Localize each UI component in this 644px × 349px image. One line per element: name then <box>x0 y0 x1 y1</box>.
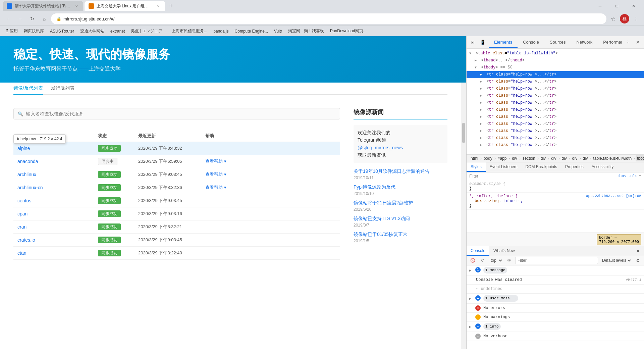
html-line[interactable]: ▶ <tr class="help-row">...</tr> <box>467 142 644 149</box>
address-input[interactable]: 🔒 mirrors.sjtug.sjtu.edu.cn/#/ <box>51 13 606 24</box>
breadcrumb-app[interactable]: #app <box>496 155 508 161</box>
breadcrumb-section[interactable]: section <box>521 155 537 161</box>
expand-arrow[interactable]: ▶ <box>475 58 479 64</box>
console-settings-button[interactable]: ⚙ <box>635 257 641 264</box>
bookmark-5[interactable]: 拠点 | エンジニア... <box>128 27 168 35</box>
console-tab-whatsnew[interactable]: What's New <box>489 246 519 256</box>
console-row-user-message[interactable]: ▶ i 1 user mess... <box>467 294 644 304</box>
bookmark-8[interactable]: Compute Engine... <box>232 28 271 35</box>
home-button[interactable]: ⌂ <box>39 13 50 24</box>
styles-add-button[interactable]: + <box>639 174 641 179</box>
table-row[interactable]: alpine 同步成功 2020/3/29 下午8:43:32 <box>13 142 340 155</box>
devtools-settings-button[interactable]: ⋮ <box>623 38 633 47</box>
expand-arrow[interactable]: ▶ <box>480 72 484 78</box>
console-level-dropdown[interactable]: Default levels <box>601 258 632 263</box>
devtools-close-button[interactable]: ✕ <box>633 38 643 47</box>
console-filter-icon[interactable]: ▽ <box>479 257 485 264</box>
html-line[interactable]: ▶ <tr class="help-row">...</tr> <box>467 106 644 113</box>
back-button[interactable]: ← <box>3 13 13 24</box>
html-line-selected[interactable]: ▶ <tr class="help-row">...</tr> <box>467 71 644 78</box>
devtools-tab-network[interactable]: Network <box>571 37 598 48</box>
panel-tab-event-listeners[interactable]: Event Listeners <box>486 162 522 172</box>
panel-tab-styles[interactable]: Styles <box>467 162 486 172</box>
bookmark-9[interactable]: Vultr <box>271 28 285 35</box>
bookmark-2[interactable]: ASUS Router <box>47 28 77 35</box>
bookmark-7[interactable]: panda.js <box>211 28 231 35</box>
table-row[interactable]: cran 同步成功 2020/3/29 下午8:32:21 <box>13 220 340 234</box>
tab1-close[interactable]: ✕ <box>74 3 79 9</box>
devtools-tab-elements[interactable]: Elements <box>489 37 518 48</box>
search-box[interactable]: 🔍 <box>13 108 340 119</box>
console-filter-input[interactable] <box>515 257 598 264</box>
new-tab-button[interactable]: + <box>166 1 176 11</box>
news-item-title-3[interactable]: 镜像站已支持TLS v1.3访问 <box>354 216 447 222</box>
bookmark-3[interactable]: 交通大学网站 <box>77 27 107 35</box>
row-help-archlinux-cn[interactable]: 查看帮助 ▾ <box>205 185 336 191</box>
breadcrumb-tbody[interactable]: tbody <box>636 155 644 161</box>
table-row[interactable]: cpan 同步成功 2020/3/29 下午9:03:16 <box>13 207 340 220</box>
styles-hov-button[interactable]: :hov <box>617 174 627 179</box>
bookmark-4[interactable]: extranet <box>108 28 127 35</box>
table-row[interactable]: archlinux 同步成功 2020/3/29 下午9:03:45 查看帮助 … <box>13 168 340 181</box>
html-line[interactable]: ▼ <table class="table is-fullwidth"> <box>467 50 644 57</box>
breadcrumb-table[interactable]: table.table.is-fullwidth <box>592 155 633 161</box>
bookmark-10[interactable]: 淘宝网 - 淘！我喜欢 <box>285 27 327 35</box>
panel-tab-accessibility[interactable]: Accessibility <box>588 162 618 172</box>
styles-cls-button[interactable]: .cls <box>628 174 638 179</box>
table-row[interactable]: crates.io 同步成功 2020/3/29 下午9:03:45 <box>13 234 340 247</box>
tab-mirror-list[interactable]: 镜像/反代列表 <box>13 83 43 95</box>
search-input[interactable] <box>26 111 336 116</box>
tab2-close[interactable]: ✕ <box>156 3 161 9</box>
styles-filter-input[interactable] <box>469 174 615 179</box>
browser-tab-2[interactable]: 上海交通大学 Linux 用户组 镜像... ✕ <box>85 1 165 11</box>
expand-icon[interactable]: ▶ <box>469 324 473 330</box>
html-line[interactable]: ▶ <thead>...</thead> <box>467 57 644 64</box>
html-line[interactable]: ▶ <tr class="help-row">...</tr> <box>467 135 644 142</box>
minimize-button[interactable]: ─ <box>592 0 608 12</box>
breadcrumb-div5[interactable]: div <box>571 155 579 161</box>
news-item-title-4[interactable]: 镜像站已于01/05恢复正常 <box>354 232 447 238</box>
table-row[interactable]: archlinux-cn 同步成功 2020/3/29 下午8:32:36 查看… <box>13 181 340 194</box>
device-toggle-button[interactable]: 📱 <box>478 38 487 47</box>
html-line[interactable]: ▼ <tbody> == $0 <box>467 64 644 71</box>
console-row-no-warnings[interactable]: ! No warnings <box>467 313 644 322</box>
scroll-thumb[interactable] <box>462 123 465 143</box>
console-tab-console[interactable]: Console <box>467 246 489 256</box>
console-row-info[interactable]: ▶ i 1 info <box>467 322 644 332</box>
console-eye-button[interactable]: 👁 <box>506 257 513 264</box>
scrollbar[interactable] <box>461 83 466 349</box>
breadcrumb-html[interactable]: html <box>469 155 480 161</box>
expand-arrow[interactable]: ▼ <box>475 65 479 71</box>
breadcrumb-div6[interactable]: div <box>581 155 589 161</box>
breadcrumb-div2[interactable]: div <box>539 155 547 161</box>
table-row[interactable]: ctan 同步成功 2020/3/29 下午3:22:40 <box>13 247 340 260</box>
expand-arrow[interactable]: ▼ <box>469 51 473 57</box>
expand-arrow[interactable]: ▶ <box>480 79 484 85</box>
devtools-tab-sources[interactable]: Sources <box>544 37 571 48</box>
expand-icon[interactable]: ▶ <box>469 296 473 302</box>
table-row[interactable]: anaconda 同步中 2020/3/29 下午6:59:05 查看帮助 ▾ <box>13 155 340 168</box>
html-line[interactable]: ▶ <tr class="help-row">...</tr> <box>467 92 644 99</box>
close-button[interactable]: ✕ <box>626 0 641 12</box>
bookmark-6[interactable]: 上海市民信息服务... <box>169 27 210 35</box>
html-line[interactable]: ▶ <tr class="help-row">...</tr> <box>467 128 644 135</box>
inspect-element-button[interactable]: ⊡ <box>468 38 477 47</box>
styles-source-link[interactable]: app.23b7b53...ss? [sm]:65 <box>586 194 641 198</box>
devtools-tab-performance[interactable]: Performance <box>598 37 622 48</box>
maximize-button[interactable]: □ <box>609 0 625 12</box>
breadcrumb-div3[interactable]: div <box>550 155 557 161</box>
html-line[interactable]: ▶ <tr class="help-row">...</tr> <box>467 120 644 128</box>
console-row-no-errors[interactable]: ✕ No errors <box>467 304 644 313</box>
expand-icon[interactable]: ▶ <box>469 268 473 274</box>
devtools-tab-console[interactable]: Console <box>518 37 544 48</box>
console-row-cleared[interactable]: ▶ i 1 message <box>467 265 644 276</box>
html-line[interactable]: ▶ <tr class="help-row">...</tr> <box>467 85 644 92</box>
telegram-link[interactable]: @sjtug_mirrors_news <box>358 145 403 150</box>
breadcrumb-div1[interactable]: div <box>511 155 518 161</box>
row-help-anaconda[interactable]: 查看帮助 ▾ <box>205 158 336 164</box>
row-help-archlinux[interactable]: 查看帮助 ▾ <box>205 171 336 178</box>
breadcrumb-div4[interactable]: div <box>560 155 568 161</box>
console-row-no-verbose[interactable]: i No verbose <box>467 332 644 341</box>
bookmark-star[interactable]: ☆ <box>608 13 619 24</box>
html-line[interactable]: ▶ <tr class="help-row">...</tr> <box>467 113 644 120</box>
